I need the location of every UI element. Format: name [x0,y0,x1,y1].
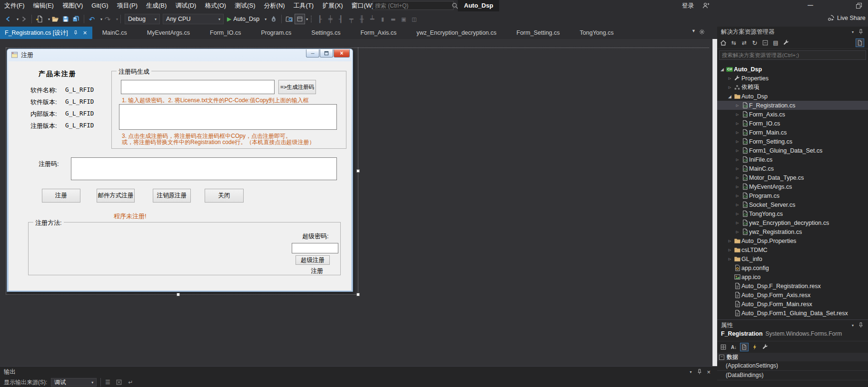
collapsed-arrow-icon[interactable]: ▷ [734,176,740,180]
collapsed-arrow-icon[interactable]: ▷ [727,86,733,89]
pin-icon[interactable] [858,322,864,329]
tree-item-auto-dsp-properties[interactable]: ▷ Auto_Dsp.Properties [717,236,868,245]
menu-item[interactable]: 调试(D) [171,0,200,11]
expanded-arrow-icon[interactable]: ◢ [727,94,733,99]
live-share-button[interactable]: Live Share [827,14,866,22]
tree-item-inifile-cs[interactable]: ▷C# IniFile.cs [717,155,868,164]
menu-item[interactable]: 视图(V) [58,0,87,11]
make-same-height-icon[interactable]: ▬ [388,15,398,23]
property-row[interactable]: (ApplicationSettings) [717,361,868,371]
search-input[interactable] [373,2,451,9]
new-file-button[interactable] [34,13,45,25]
chevron-down-icon[interactable]: ▾ [852,323,854,328]
pin-icon[interactable] [858,29,864,35]
align-middles-icon[interactable]: ╫ [356,15,367,23]
home-icon[interactable] [719,39,728,47]
close-icon[interactable]: × [82,29,89,37]
designed-form-window[interactable]: 注册 ─ × 产品未注册 软件名称:G_L_RFID软件版本:G_L_RFID内… [7,48,353,292]
menu-item[interactable]: 文件(F) [0,0,29,11]
tree-item-ywz-registration-cs[interactable]: ▷C# ywz_Registration.cs [717,227,868,236]
make-same-size-icon[interactable]: ▣ [398,15,409,23]
chevron-down-icon[interactable]: ▾ [116,17,118,21]
super-password-or-pccode-input[interactable] [121,80,275,94]
solution-platform-dropdown[interactable]: Any CPU▾ [163,14,224,24]
form-close-button[interactable]: × [334,49,350,58]
menu-item[interactable]: Git(G) [87,0,112,11]
menu-item[interactable]: 测试(S) [230,0,259,11]
tree-item-motor-data-type-cs[interactable]: ▷C# Motor_Data_Type.cs [717,173,868,182]
tree-item-auto-dsp[interactable]: ◢C# Auto_Dsp [717,65,868,74]
menu-item[interactable]: 项目(P) [113,0,142,11]
resize-grip-bottom-center[interactable] [177,293,180,296]
collapsed-arrow-icon[interactable]: ▷ [734,194,740,198]
categorized-icon[interactable] [719,343,728,351]
alphabetical-icon[interactable]: A↓ [730,343,738,351]
menu-item[interactable]: 编辑(E) [29,0,58,11]
tree-item-app-config[interactable]: app.config [717,263,868,272]
refresh-icon[interactable]: ↻ [750,39,759,47]
preview-selected-icon[interactable] [856,39,864,47]
tab-ywz-encryption-decryption-cs[interactable]: ywz_Encryption_decryption.cs [406,27,506,39]
tree-item-auto-dsp-form-axis-resx[interactable]: Auto_Dsp.Form_Axis.resx [717,290,868,300]
document-list-dropdown-icon[interactable]: ▼ [691,29,696,35]
tree-item-form-io-cs[interactable]: ▷C# Form_IO.cs [717,119,868,128]
align-tops-icon[interactable]: ┯ [346,15,356,23]
tree-item-auto-dsp[interactable]: ◢ Auto_Dsp [717,92,868,101]
property-row[interactable]: (DataBindings) [717,371,868,380]
selected-object-row[interactable]: F_Registration System.Windows.Forms.Form [717,330,868,341]
save-all-button[interactable] [71,13,81,25]
tree-item-auto-dsp-form-main-resx[interactable]: Auto_Dsp.Form_Main.resx [717,300,868,309]
collapsed-arrow-icon[interactable]: ▷ [734,104,740,107]
designer-view-button[interactable] [295,14,305,24]
pin-icon[interactable] [73,30,79,36]
collapsed-arrow-icon[interactable]: ▷ [734,203,740,207]
menu-item[interactable]: 分析(N) [260,0,289,11]
menu-item[interactable]: 格式(O) [200,0,230,11]
gear-icon[interactable] [699,29,705,35]
tree-item-mainc-cs[interactable]: ▷C# MainC.cs [717,164,868,173]
properties-page-icon[interactable] [740,343,749,351]
collapsed-arrow-icon[interactable]: ▷ [734,113,740,116]
chevron-down-icon[interactable]: ▾ [852,30,854,34]
tree-item-form1-gluing-data-set-cs[interactable]: ▷C# Form1_Gluing_Data_Set.cs [717,146,868,155]
redo-button[interactable]: ↷ [102,13,113,25]
collapsed-arrow-icon[interactable]: ▷ [734,131,740,135]
make-same-width-icon[interactable]: ▮ [377,15,388,23]
collapsed-arrow-icon[interactable]: ▷ [734,230,740,234]
collapsed-arrow-icon[interactable]: ▷ [734,221,740,225]
properties-section-header[interactable]: − 数据 [717,353,868,361]
tree-item-form-axis-cs[interactable]: ▷C# Form_Axis.cs [717,110,868,119]
resize-grip-bottom-right[interactable] [356,293,360,296]
collapsed-arrow-icon[interactable]: ▷ [734,167,740,171]
tree-item-properties[interactable]: ▷ Properties [717,74,868,83]
align-lefts-icon[interactable]: ┠ [315,15,325,23]
size-to-grid-icon[interactable]: ◫ [409,15,419,23]
tab-form-io-cs[interactable]: Form_IO.cs [200,27,251,39]
undo-button[interactable]: ↶ [87,13,97,25]
tree-item-auto-dsp-form1-gluing-data-set-resx[interactable]: Auto_Dsp.Form1_Gluing_Data_Set.resx [717,309,868,318]
tree-item-auto-dsp-f-registration-resx[interactable]: Auto_Dsp.F_Registration.resx [717,281,868,290]
tree-item-csltdmc[interactable]: ▷ csLTDMC [717,245,868,254]
collapsed-arrow-icon[interactable]: ▷ [734,122,740,126]
switch-views-icon[interactable]: ⇆ [730,39,738,47]
events-icon[interactable] [750,343,759,351]
menu-item[interactable]: 生成(B) [142,0,171,11]
tab-form-setting-cs[interactable]: Form_Setting.cs [506,27,570,39]
action-button-1[interactable]: 邮件方式注册 [97,189,135,203]
tab-tongyong-cs[interactable]: TongYong.cs [570,27,623,39]
action-button-0[interactable]: 注册 [42,189,80,203]
navigate-forward-button[interactable] [19,13,29,25]
solution-configuration-dropdown[interactable]: Debug▾ [125,14,160,24]
collapsed-arrow-icon[interactable]: ▷ [734,140,740,144]
tab-f-registration-design[interactable]: F_Registration.cs [设计] × [0,27,92,39]
tree-item-myeventargs-cs[interactable]: ▷C# MyEventArgs.cs [717,182,868,191]
solution-search-box[interactable] [719,50,866,60]
output-source-dropdown[interactable]: 调试▾ [51,378,97,387]
super-register-button[interactable]: 超级注册 [296,255,330,265]
designer-vertical-scrollbar[interactable] [712,39,717,366]
tab-program-cs[interactable]: Program.cs [251,27,301,39]
collapsed-arrow-icon[interactable]: ▷ [734,212,740,216]
properties-icon[interactable] [782,39,790,47]
menu-item[interactable]: 扩展(X) [318,0,347,11]
action-button-3[interactable]: 关闭 [205,189,244,203]
